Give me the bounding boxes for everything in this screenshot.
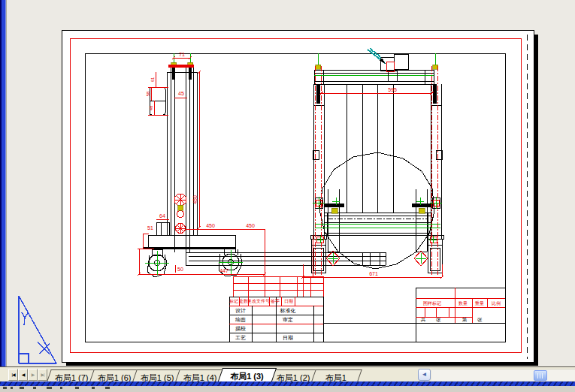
- tab-label: 布局1 (3): [227, 370, 267, 383]
- hscrollbar-track[interactable]: [431, 369, 575, 381]
- tb-weight: 重量: [474, 300, 484, 306]
- hscroll-left-arrow-button[interactable]: ◄: [418, 369, 431, 381]
- autocad-layout-window: { "ui": { "background": "#eceae4", "tabb…: [0, 0, 575, 392]
- dim-mast-height: 450: [192, 195, 198, 204]
- tb-no: 第: [462, 317, 468, 322]
- ucs-icon: [19, 296, 56, 363]
- tb-approved: 审定: [283, 317, 293, 323]
- dim-base-len: 447: [219, 268, 228, 273]
- tb-date: 日期: [283, 335, 293, 341]
- tb-traced: 描校: [235, 326, 246, 332]
- tb-quantity: 数量: [458, 301, 468, 306]
- dim-bracket-c: 48: [149, 105, 153, 110]
- dim-beam-span: 595: [388, 87, 397, 92]
- tab-layout1-3-active[interactable]: 布局1 (3): [218, 368, 277, 381]
- tb-drawing-mark: 图样标记: [423, 300, 441, 306]
- dim-top-width: 71: [179, 52, 185, 57]
- tb-total: 共: [421, 317, 426, 323]
- dim-fork-drop: 50: [177, 267, 183, 272]
- mast-cap-red: [168, 65, 194, 68]
- first-layout-button[interactable]: |◀: [8, 369, 18, 381]
- tb-no-sheet: 张: [477, 317, 483, 323]
- dim-bracket-a: 61: [150, 77, 155, 82]
- tb-header-date: 日期: [284, 299, 293, 304]
- tb-process: 工艺: [235, 335, 246, 340]
- layout-canvas[interactable]: 71 45 61 58 48 450 64 51 450 450 50: [0, 0, 575, 366]
- previous-layout-button[interactable]: ◀: [18, 369, 28, 381]
- layout-tab-bar: |◀ ◀ ▶ ▶| 布局1 (7) 布局1 (6) 布局1 (5) 布局1 (4…: [0, 366, 575, 381]
- layout-tabs: 布局1 (7) 布局1 (6) 布局1 (5) 布局1 (4) 布局1 (3) …: [53, 369, 360, 381]
- tb-standardization: 标准化: [280, 308, 296, 314]
- dim-track-width: 671: [369, 271, 378, 276]
- dim-hub: 64: [159, 213, 165, 219]
- hscrollbar-thumb[interactable]: [534, 370, 547, 381]
- dim-bracket-b: 58: [146, 91, 150, 96]
- tb-total-sheet: 张: [436, 317, 441, 323]
- tb-header-sign: 签字: [271, 298, 280, 303]
- layout-nav-buttons: |◀ ◀ ▶ ▶|: [8, 369, 47, 381]
- paper-sheet: [62, 30, 538, 366]
- last-layout-button[interactable]: ▶|: [38, 369, 47, 381]
- window-border-left: [0, 0, 8, 386]
- tb-drawn: 绘图: [235, 317, 246, 323]
- tb-design: 设计: [235, 308, 246, 313]
- next-layout-button[interactable]: ▶: [28, 369, 38, 381]
- dim-base-a: 51: [147, 225, 153, 231]
- tb-scale: 比例: [492, 301, 501, 306]
- dim-mast-width: 45: [178, 91, 184, 96]
- clipped-command-line: [0, 386, 575, 392]
- dim-base-b: 450: [206, 223, 215, 228]
- tb-header-file: 更改文件号: [247, 298, 270, 303]
- tb-header-mark: 标记: [228, 298, 238, 304]
- tab-layout1[interactable]: 布局1: [311, 369, 362, 381]
- dim-base-c: 450: [246, 223, 255, 228]
- drawing-viewport: 71 45 61 58 48 450 64 51 450 450 50: [0, 0, 575, 366]
